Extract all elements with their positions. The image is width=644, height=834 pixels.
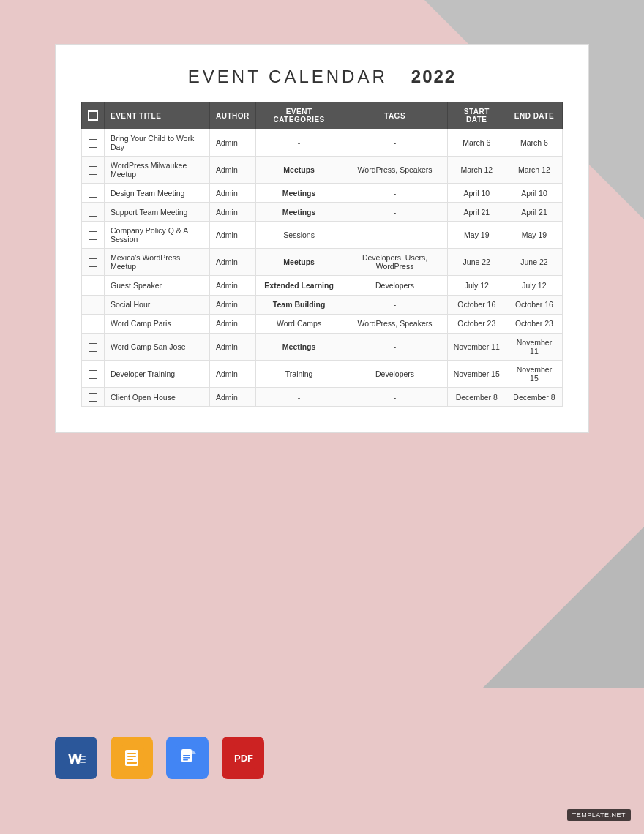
row-checkbox-cell[interactable] bbox=[82, 295, 105, 314]
svg-rect-15 bbox=[183, 757, 190, 759]
row-category: - bbox=[255, 388, 342, 407]
row-title: Word Camp Paris bbox=[105, 314, 210, 333]
row-checkbox-cell[interactable] bbox=[82, 184, 105, 203]
row-checkbox-cell[interactable] bbox=[82, 276, 105, 295]
google-docs-icon[interactable] bbox=[166, 737, 209, 779]
checkbox-icon bbox=[89, 231, 97, 240]
row-checkbox-cell[interactable] bbox=[82, 157, 105, 184]
row-category: Sessions bbox=[255, 222, 342, 249]
row-start-date: March 12 bbox=[447, 157, 506, 184]
row-tags: Developers, Users, WordPress bbox=[342, 249, 447, 276]
title-bold: 2022 bbox=[411, 67, 456, 86]
row-checkbox-cell[interactable] bbox=[82, 334, 105, 361]
row-checkbox-cell[interactable] bbox=[82, 222, 105, 249]
table-row: Support Team MeetingAdminMeetings-April … bbox=[82, 203, 563, 222]
row-author: Admin bbox=[210, 361, 256, 388]
checkbox-icon bbox=[89, 208, 97, 217]
table-row: Word Camp San JoseAdminMeetings-November… bbox=[82, 334, 563, 361]
row-start-date: July 12 bbox=[447, 276, 506, 295]
row-end-date: December 8 bbox=[506, 388, 562, 407]
row-end-date: October 16 bbox=[506, 295, 562, 314]
row-title: Social Hour bbox=[105, 295, 210, 314]
row-start-date: April 10 bbox=[447, 184, 506, 203]
row-checkbox-cell[interactable] bbox=[82, 388, 105, 407]
row-checkbox-cell[interactable] bbox=[82, 361, 105, 388]
row-checkbox-cell[interactable] bbox=[82, 249, 105, 276]
row-start-date: November 11 bbox=[447, 334, 506, 361]
row-start-date: June 22 bbox=[447, 249, 506, 276]
svg-rect-9 bbox=[127, 759, 133, 760]
row-author: Admin bbox=[210, 295, 256, 314]
row-author: Admin bbox=[210, 334, 256, 361]
row-tags: - bbox=[342, 388, 447, 407]
pdf-icon[interactable]: PDF bbox=[222, 737, 264, 779]
row-checkbox-cell[interactable] bbox=[82, 203, 105, 222]
checkbox-icon bbox=[89, 393, 97, 402]
row-start-date: November 15 bbox=[447, 361, 506, 388]
table-row: Client Open HouseAdmin--December 8Decemb… bbox=[82, 388, 563, 407]
pages-icon[interactable] bbox=[111, 737, 153, 779]
page-title: EVENT CALENDAR 2022 bbox=[81, 67, 563, 87]
row-title: Bring Your Child to Work Day bbox=[105, 129, 210, 157]
row-end-date: November 11 bbox=[506, 334, 562, 361]
row-end-date: April 10 bbox=[506, 184, 562, 203]
table-row: Word Camp ParisAdminWord CampsWordPress,… bbox=[82, 314, 563, 333]
checkbox-icon bbox=[89, 370, 97, 379]
row-tags: - bbox=[342, 129, 447, 157]
event-table: EVENT TITLE AUTHOR EVENT CATEGORIES TAGS… bbox=[81, 102, 563, 407]
word-icon[interactable]: W bbox=[55, 737, 97, 779]
row-start-date: December 8 bbox=[447, 388, 506, 407]
row-checkbox-cell[interactable] bbox=[82, 129, 105, 157]
row-category: Extended Learning bbox=[255, 276, 342, 295]
main-card: EVENT CALENDAR 2022 EVENT TITLE AUTHOR E… bbox=[55, 44, 589, 433]
row-tags: WordPress, Speakers bbox=[342, 157, 447, 184]
table-row: WordPress Milwaukee MeetupAdminMeetupsWo… bbox=[82, 157, 563, 184]
checkbox-icon bbox=[89, 301, 97, 309]
row-title: Guest Speaker bbox=[105, 276, 210, 295]
row-title: Company Policy Q & A Session bbox=[105, 222, 210, 249]
table-row: Developer TrainingAdminTrainingDeveloper… bbox=[82, 361, 563, 388]
row-tags: - bbox=[342, 295, 447, 314]
checkbox-icon bbox=[89, 343, 97, 352]
row-end-date: October 23 bbox=[506, 314, 562, 333]
row-tags: Developers bbox=[342, 276, 447, 295]
row-author: Admin bbox=[210, 276, 256, 295]
row-author: Admin bbox=[210, 222, 256, 249]
row-author: Admin bbox=[210, 314, 256, 333]
row-author: Admin bbox=[210, 249, 256, 276]
svg-rect-7 bbox=[127, 753, 136, 754]
row-start-date: October 23 bbox=[447, 314, 506, 333]
row-author: Admin bbox=[210, 388, 256, 407]
row-category: Meetings bbox=[255, 184, 342, 203]
app-icons-row: W PDF bbox=[55, 737, 264, 779]
row-tags: Developers bbox=[342, 361, 447, 388]
row-end-date: May 19 bbox=[506, 222, 562, 249]
row-title: Mexica's WordPress Meetup bbox=[105, 249, 210, 276]
row-category: Meetings bbox=[255, 334, 342, 361]
table-row: Company Policy Q & A SessionAdminSession… bbox=[82, 222, 563, 249]
row-start-date: April 21 bbox=[447, 203, 506, 222]
row-checkbox-cell[interactable] bbox=[82, 314, 105, 333]
row-category: - bbox=[255, 129, 342, 157]
row-category: Meetups bbox=[255, 249, 342, 276]
header-start-date: START DATE bbox=[447, 102, 506, 129]
svg-rect-3 bbox=[80, 759, 86, 760]
row-title: Design Team Meeting bbox=[105, 184, 210, 203]
row-end-date: April 21 bbox=[506, 203, 562, 222]
checkbox-icon bbox=[89, 258, 97, 267]
row-title: Developer Training bbox=[105, 361, 210, 388]
row-tags: - bbox=[342, 222, 447, 249]
header-event-title: EVENT TITLE bbox=[105, 102, 210, 129]
row-tags: - bbox=[342, 203, 447, 222]
header-checkbox-cell bbox=[82, 102, 105, 129]
table-row: Bring Your Child to Work DayAdmin--March… bbox=[82, 129, 563, 157]
row-tags: - bbox=[342, 184, 447, 203]
row-tags: - bbox=[342, 334, 447, 361]
row-title: Client Open House bbox=[105, 388, 210, 407]
bg-triangle-bottom-right bbox=[483, 527, 644, 688]
table-row: Guest SpeakerAdminExtended LearningDevel… bbox=[82, 276, 563, 295]
row-title: WordPress Milwaukee Meetup bbox=[105, 157, 210, 184]
row-author: Admin bbox=[210, 203, 256, 222]
header-tags: TAGS bbox=[342, 102, 447, 129]
row-end-date: July 12 bbox=[506, 276, 562, 295]
